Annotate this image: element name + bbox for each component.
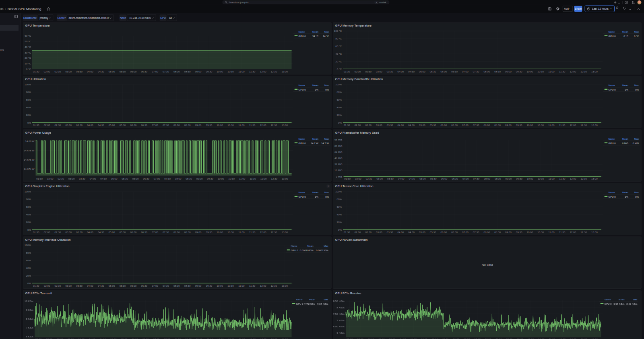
- svg-text:60 °C: 60 °C: [335, 45, 342, 48]
- svg-text:20 °C: 20 °C: [335, 60, 342, 63]
- svg-text:05:30: 05:30: [122, 177, 128, 180]
- svg-text:40%: 40%: [26, 213, 31, 216]
- svg-text:06:30: 06:30: [141, 231, 147, 234]
- svg-text:100%: 100%: [335, 83, 342, 86]
- svg-text:05:00: 05:00: [419, 231, 425, 234]
- svg-text:GPU 0: GPU 0: [299, 142, 306, 145]
- svg-text:Mean: Mean: [622, 84, 628, 87]
- svg-text:Max: Max: [324, 191, 329, 194]
- svg-text:02:30: 02:30: [365, 70, 372, 73]
- svg-text:07:00: 07:00: [152, 124, 158, 126]
- svg-text:13:00: 13:00: [591, 177, 598, 180]
- svg-text:01:30: 01:30: [344, 231, 350, 234]
- svg-text:04:00: 04:00: [398, 231, 404, 234]
- svg-text:0%: 0%: [625, 196, 628, 198]
- svg-text:06:30: 06:30: [451, 70, 458, 73]
- svg-text:03:30: 03:30: [76, 124, 83, 126]
- svg-text:80 °C: 80 °C: [335, 37, 342, 40]
- svg-text:08:30: 08:30: [184, 70, 191, 73]
- svg-text:07:00: 07:00: [152, 284, 158, 287]
- svg-text:0 MiB: 0 MiB: [622, 142, 628, 145]
- svg-text:11:00: 11:00: [548, 231, 555, 234]
- svg-text:0 °C: 0 °C: [634, 35, 639, 37]
- svg-text:02:30: 02:30: [58, 177, 64, 180]
- svg-text:20%: 20%: [26, 114, 31, 116]
- svg-text:07:00: 07:00: [462, 177, 469, 180]
- svg-text:GPU 0: GPU 0: [609, 196, 616, 198]
- svg-text:Name: Name: [609, 84, 615, 87]
- svg-text:12:00: 12:00: [570, 124, 576, 126]
- svg-text:11:00: 11:00: [238, 70, 245, 73]
- svg-text:0%: 0%: [338, 121, 342, 124]
- svg-text:Max: Max: [324, 84, 329, 87]
- svg-text:06:00: 06:00: [130, 284, 137, 287]
- svg-text:09:30: 09:30: [516, 177, 522, 180]
- svg-text:11:30: 11:30: [249, 124, 256, 126]
- svg-text:11:30: 11:30: [559, 231, 566, 234]
- svg-text:02:00: 02:00: [355, 231, 361, 234]
- svg-text:06:00: 06:00: [441, 231, 447, 234]
- svg-text:12:00: 12:00: [260, 124, 266, 126]
- svg-text:40%: 40%: [26, 267, 31, 269]
- svg-text:09:00: 09:00: [505, 124, 512, 126]
- svg-text:08:00: 08:00: [173, 70, 180, 73]
- svg-text:40 °C: 40 °C: [335, 52, 342, 55]
- svg-text:GPU 0: GPU 0: [299, 196, 306, 198]
- svg-text:11:30: 11:30: [559, 70, 566, 73]
- svg-text:8 KiB/s: 8 KiB/s: [336, 306, 345, 309]
- svg-text:06:30: 06:30: [143, 177, 149, 180]
- svg-text:02:00: 02:00: [44, 124, 50, 126]
- svg-text:09:30: 09:30: [206, 70, 212, 73]
- svg-text:11:30: 11:30: [249, 70, 256, 73]
- svg-text:05:30: 05:30: [120, 284, 126, 287]
- svg-text:100%: 100%: [25, 190, 31, 193]
- svg-text:06:00: 06:00: [441, 124, 447, 126]
- svg-text:14.674 W: 14.674 W: [24, 167, 35, 170]
- svg-text:02:00: 02:00: [47, 177, 54, 180]
- svg-text:60%: 60%: [336, 98, 342, 101]
- svg-text:60 °C: 60 °C: [25, 34, 31, 37]
- svg-text:06:00: 06:00: [130, 70, 137, 73]
- svg-text:14.678 W: 14.678 W: [24, 149, 35, 152]
- svg-text:32 MiB: 32 MiB: [334, 163, 342, 165]
- svg-text:04:30: 04:30: [408, 70, 415, 73]
- svg-text:02:30: 02:30: [365, 231, 372, 234]
- svg-text:05:00: 05:00: [109, 124, 115, 126]
- svg-text:03:00: 03:00: [65, 284, 72, 287]
- svg-text:12:00: 12:00: [570, 177, 576, 180]
- svg-text:03:00: 03:00: [376, 177, 383, 180]
- svg-text:07:30: 07:30: [163, 231, 169, 234]
- svg-text:09:30: 09:30: [516, 231, 522, 234]
- svg-text:0%: 0%: [27, 228, 31, 231]
- svg-text:Mean: Mean: [622, 138, 628, 140]
- svg-text:03:30: 03:30: [387, 177, 394, 180]
- svg-text:20%: 20%: [336, 114, 342, 116]
- svg-text:8.50 KiB/s: 8.50 KiB/s: [333, 300, 345, 302]
- svg-text:13:00: 13:00: [281, 124, 288, 126]
- svg-text:10:30: 10:30: [227, 231, 234, 234]
- svg-text:10:00: 10:00: [217, 284, 223, 287]
- svg-text:03:30: 03:30: [76, 231, 83, 234]
- svg-text:09:30: 09:30: [206, 231, 212, 234]
- svg-text:12:30: 12:30: [271, 231, 277, 234]
- svg-text:11:00: 11:00: [239, 177, 246, 180]
- svg-text:04:30: 04:30: [98, 124, 104, 126]
- svg-text:80%: 80%: [336, 198, 342, 201]
- svg-text:05:00: 05:00: [109, 284, 115, 287]
- svg-text:Name: Name: [299, 191, 305, 194]
- svg-text:09:00: 09:00: [196, 177, 203, 180]
- svg-text:08:00: 08:00: [173, 231, 180, 234]
- svg-text:05:30: 05:30: [430, 231, 436, 234]
- svg-text:0 °C: 0 °C: [26, 68, 31, 70]
- svg-text:20%: 20%: [26, 221, 31, 223]
- svg-text:0%: 0%: [27, 282, 31, 285]
- svg-text:Max: Max: [634, 138, 639, 140]
- svg-text:04:00: 04:00: [87, 70, 93, 73]
- svg-text:20 °C: 20 °C: [25, 56, 31, 59]
- svg-text:09:00: 09:00: [506, 177, 512, 180]
- svg-text:06:30: 06:30: [141, 70, 147, 73]
- svg-text:04:30: 04:30: [98, 231, 104, 234]
- svg-text:01:30: 01:30: [344, 124, 350, 126]
- svg-text:12:00: 12:00: [260, 284, 266, 287]
- svg-text:0.000130%: 0.000130%: [316, 249, 328, 252]
